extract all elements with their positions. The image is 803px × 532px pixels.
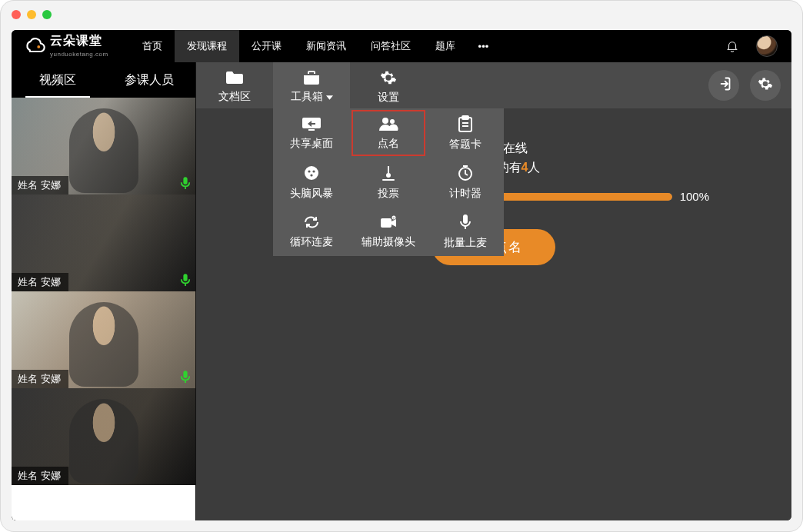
tab-participants[interactable]: 参课人员 (104, 62, 196, 98)
tool-label: 循环连麦 (290, 235, 333, 249)
svg-point-0 (37, 45, 40, 48)
svg-rect-6 (462, 116, 468, 119)
nav-bank[interactable]: 题库 (423, 30, 468, 62)
clipboard-icon (457, 115, 474, 135)
tool-share-screen[interactable]: 共享桌面 (273, 108, 350, 158)
caret-down-icon (326, 91, 333, 101)
brainstorm-icon (303, 165, 320, 184)
svg-point-11 (387, 174, 390, 177)
nav-open-class[interactable]: 公开课 (239, 30, 294, 62)
tool-bulk-mic[interactable]: 批量上麦 (427, 207, 504, 256)
nav-home[interactable]: 首页 (130, 30, 175, 62)
tool-label: 批量上麦 (444, 236, 487, 250)
video-tile[interactable]: 姓名 安娜 (12, 388, 195, 485)
loop-mic-icon (302, 214, 321, 232)
toolbar-docs-label: 文档区 (218, 91, 251, 101)
toolbar-right (698, 62, 791, 108)
mac-maximize-dot[interactable] (42, 10, 52, 19)
brand-sub: yunduoketang.com (50, 51, 108, 58)
left-column: 视频区 参课人员 姓名 安娜 (12, 62, 196, 520)
more-icon: ••• (478, 41, 489, 52)
nav-items: 首页 发现课程 公开课 新闻资讯 问答社区 题库 ••• (130, 30, 500, 62)
toolbar: 文档区 工具箱 (196, 62, 791, 108)
top-nav: 云朵课堂 yunduoketang.com 首页 发现课程 公开课 新闻资讯 问… (12, 30, 791, 62)
tool-roll-call[interactable]: 点名 (350, 108, 427, 158)
nav-discover[interactable]: 发现课程 (175, 30, 239, 62)
bell-icon[interactable] (725, 39, 739, 53)
svg-point-9 (312, 170, 315, 172)
toolbar-docs[interactable]: 文档区 (196, 62, 273, 108)
mic-icon[interactable] (180, 176, 191, 190)
timer-icon (457, 165, 474, 184)
toolbox-icon (302, 70, 322, 88)
tool-aux-camera[interactable]: + 辅助摄像头 (350, 207, 427, 256)
tool-loop-mic[interactable]: 循环连麦 (273, 207, 350, 256)
settings-button[interactable] (750, 70, 781, 101)
tool-label: 点名 (378, 137, 399, 151)
bulk-mic-icon (458, 214, 473, 233)
gear-icon (380, 69, 397, 88)
gear-icon (758, 76, 773, 95)
video-tile[interactable]: 姓名 安娜 (12, 195, 195, 291)
tile-name: 姓名 安娜 (12, 370, 68, 388)
svg-point-3 (382, 118, 388, 124)
window-frame: 云朵课堂 yunduoketang.com 首页 发现课程 公开课 新闻资讯 问… (0, 0, 803, 532)
svg-point-10 (310, 174, 312, 176)
folder-icon (225, 70, 245, 88)
svg-point-8 (308, 170, 310, 172)
brand-logo[interactable]: 云朵课堂 yunduoketang.com (24, 35, 108, 58)
tool-label: 计时器 (449, 187, 481, 201)
nav-more[interactable]: ••• (468, 41, 500, 52)
nav-qna[interactable]: 问答社区 (358, 30, 423, 62)
mac-traffic-lights (12, 10, 52, 19)
toolbar-tools[interactable]: 工具箱 (273, 62, 350, 108)
tool-answer-card[interactable]: 答题卡 (427, 108, 504, 158)
tile-name: 姓名 安娜 (12, 467, 68, 485)
video-tile[interactable]: 姓名 安娜 (12, 291, 195, 388)
tool-vote[interactable]: 投票 (350, 158, 427, 207)
mic-icon[interactable] (180, 370, 191, 384)
exit-button[interactable] (708, 70, 739, 101)
vote-icon (380, 165, 397, 184)
user-avatar[interactable] (756, 35, 778, 57)
video-tile[interactable]: 姓名 安娜 (12, 98, 195, 195)
tool-label: 答题卡 (449, 138, 481, 151)
cloud-icon (24, 37, 45, 55)
tool-brainstorm[interactable]: 头脑风暴 (273, 158, 350, 207)
exit-icon (716, 76, 731, 95)
video-strip: 姓名 安娜 姓名 安娜 (12, 98, 195, 520)
camera-icon: + (379, 214, 398, 232)
tool-label: 头脑风暴 (290, 187, 333, 201)
people-icon (378, 116, 398, 134)
tile-name: 姓名 安娜 (12, 273, 68, 291)
brand-name: 云朵课堂 (50, 34, 102, 47)
svg-rect-13 (381, 218, 392, 228)
toolbar-tools-label: 工具箱 (291, 91, 323, 101)
camera-placeholder (69, 302, 138, 387)
mac-close-dot[interactable] (12, 10, 21, 19)
toolbar-settings-label: 设置 (378, 91, 399, 102)
share-screen-icon (302, 116, 322, 134)
svg-point-7 (305, 166, 318, 180)
body: 视频区 参课人员 姓名 安娜 (12, 62, 791, 520)
mac-minimize-dot[interactable] (27, 10, 36, 19)
tool-label: 共享桌面 (290, 137, 333, 151)
tab-video[interactable]: 视频区 (12, 62, 104, 98)
svg-point-4 (390, 119, 395, 124)
tile-name: 姓名 安娜 (12, 176, 68, 195)
nav-news[interactable]: 新闻资讯 (294, 30, 358, 62)
empty-slot (12, 485, 195, 520)
left-tabs: 视频区 参课人员 (12, 62, 195, 98)
camera-placeholder (69, 399, 138, 484)
svg-text:+: + (393, 215, 395, 220)
signin-rate-pct: 100% (680, 190, 709, 203)
app-shell: 云朵课堂 yunduoketang.com 首页 发现课程 公开课 新闻资讯 问… (12, 30, 791, 520)
toolbar-settings[interactable]: 设置 (350, 62, 427, 108)
camera-placeholder (69, 108, 138, 193)
tool-timer[interactable]: 计时器 (427, 158, 504, 207)
tool-label: 投票 (378, 187, 399, 201)
mic-icon[interactable] (180, 273, 191, 287)
svg-rect-2 (308, 129, 315, 131)
tool-label: 辅助摄像头 (362, 235, 415, 249)
tools-dropdown: 共享桌面 点名 答题卡 (273, 108, 504, 256)
